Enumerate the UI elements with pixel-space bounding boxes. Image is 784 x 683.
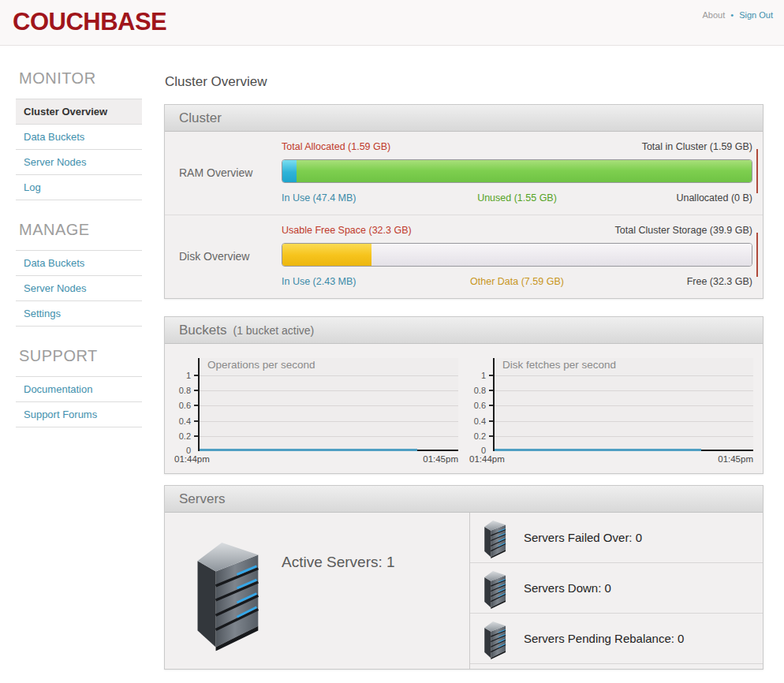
sidebar-item-documentation[interactable]: Documentation bbox=[16, 377, 142, 402]
disk-usable-free-label: Usable Free Space (32.3 GB) bbox=[282, 225, 412, 236]
ram-usage-bar bbox=[282, 159, 752, 183]
gridline bbox=[495, 390, 753, 391]
gridline bbox=[495, 436, 753, 437]
gridline bbox=[200, 375, 458, 376]
sidebar-item-server-nodes-manage[interactable]: Server Nodes bbox=[16, 276, 142, 301]
disk-usage-bar bbox=[282, 243, 752, 267]
link-separator: • bbox=[730, 10, 734, 20]
fetches-ytick-label: 1 bbox=[481, 371, 486, 380]
main-content: Cluster Overview Cluster RAM Overview To… bbox=[164, 69, 763, 670]
fetches-chart-title: Disk fetches per second bbox=[502, 359, 616, 371]
ram-unused-segment bbox=[297, 160, 752, 182]
fetches-chart-plot-area: Disk fetches per second bbox=[493, 358, 753, 451]
gridline bbox=[200, 421, 458, 422]
ram-overview-row: RAM Overview Total Allocated (1.59 GB) T… bbox=[165, 132, 763, 215]
sidebar-item-cluster-overview[interactable]: Cluster Overview bbox=[16, 99, 142, 125]
sidebar-support-list: Documentation Support Forums bbox=[16, 376, 142, 427]
sidebar-item-data-buckets-manage[interactable]: Data Buckets bbox=[16, 251, 142, 276]
gridline bbox=[200, 436, 458, 437]
cluster-panel-body: RAM Overview Total Allocated (1.59 GB) T… bbox=[165, 132, 763, 298]
disk-overview-label: Disk Overview bbox=[165, 225, 282, 287]
fetches-ytick-label: 0.2 bbox=[474, 431, 486, 441]
sidebar-section-manage-title: MANAGE bbox=[19, 221, 142, 239]
fetches-ytick-label: 0.4 bbox=[474, 416, 486, 426]
disk-other-data-label: Other Data (7.59 GB) bbox=[470, 276, 564, 287]
couchbase-logo: COUCHBASE bbox=[13, 8, 166, 36]
sidebar-nav: MONITOR Cluster Overview Data Buckets Se… bbox=[16, 69, 142, 448]
disk-top-labels: Usable Free Space (32.3 GB) Total Cluste… bbox=[282, 225, 752, 236]
sign-out-link[interactable]: Sign Out bbox=[739, 10, 773, 20]
gridline bbox=[495, 421, 753, 422]
ram-in-use-label: In Use (47.4 MB) bbox=[282, 192, 356, 203]
disk-overview-content: Usable Free Space (32.3 GB) Total Cluste… bbox=[282, 225, 752, 287]
cluster-panel-header: Cluster bbox=[165, 105, 763, 132]
sidebar-manage-list: Data Buckets Server Nodes Settings bbox=[16, 250, 142, 327]
ops-ytick-label: 0.2 bbox=[179, 431, 191, 441]
disk-fetches-chart: 1 0.8 0.6 0.4 0.2 0 Disk fetches per sec… bbox=[469, 358, 753, 464]
ram-total-in-cluster-label: Total in Cluster (1.59 GB) bbox=[642, 141, 752, 152]
sidebar-item-settings[interactable]: Settings bbox=[16, 301, 142, 327]
cluster-panel-title: Cluster bbox=[179, 110, 222, 126]
active-servers-summary: Active Servers: 1 bbox=[165, 513, 470, 669]
servers-panel-title: Servers bbox=[179, 491, 226, 507]
fetches-ytick-label: 0 bbox=[481, 446, 486, 455]
ops-chart-plot-area: Operations per second bbox=[198, 358, 458, 451]
servers-failed-over-row: Servers Failed Over: 0 bbox=[470, 513, 763, 563]
server-status-list: Servers Failed Over: 0 Servers Down: 0 S… bbox=[470, 513, 763, 669]
servers-down-label: Servers Down: 0 bbox=[524, 581, 611, 595]
fetches-chart-xaxis-labels: 01:44pm 01:45pm bbox=[469, 454, 753, 464]
servers-panel: Servers Active Servers: 1 Servers Failed… bbox=[164, 485, 763, 670]
disk-free-label: Free (32.3 GB) bbox=[687, 276, 752, 287]
ops-ytick-label: 0.8 bbox=[179, 386, 191, 395]
disk-total-storage-label: Total Cluster Storage (39.9 GB) bbox=[615, 225, 752, 236]
disk-bottom-labels: In Use (2.43 MB) Other Data (7.59 GB) Fr… bbox=[282, 276, 752, 287]
disk-free-segment bbox=[371, 244, 752, 266]
fetches-xtick-end: 01:45pm bbox=[718, 454, 753, 464]
sidebar-item-server-nodes-monitor[interactable]: Server Nodes bbox=[16, 150, 142, 175]
about-link[interactable]: About bbox=[702, 10, 725, 20]
ops-chart-yaxis-labels: 1 0.8 0.6 0.4 0.2 0 bbox=[174, 358, 198, 451]
ops-data-line bbox=[200, 449, 417, 451]
sidebar-section-monitor-title: MONITOR bbox=[19, 69, 142, 88]
ops-ytick-label: 0.4 bbox=[179, 416, 191, 426]
buckets-panel: Buckets (1 bucket active) 1 0.8 0.6 0.4 … bbox=[164, 316, 763, 474]
active-servers-count: Active Servers: 1 bbox=[282, 554, 395, 669]
disk-bar-track bbox=[282, 243, 752, 267]
ram-bar-track bbox=[282, 159, 752, 183]
server-tower-icon bbox=[481, 618, 508, 659]
buckets-panel-body: 1 0.8 0.6 0.4 0.2 0 Operations per secon… bbox=[165, 344, 763, 473]
fetches-ytick-label: 0.8 bbox=[474, 386, 486, 395]
servers-pending-rebalance-row: Servers Pending Rebalance: 0 bbox=[470, 614, 763, 664]
server-tower-icon bbox=[189, 533, 264, 651]
disk-overview-row: Disk Overview Usable Free Space (32.3 GB… bbox=[165, 215, 763, 298]
ops-chart-xaxis-labels: 01:44pm 01:45pm bbox=[174, 454, 458, 464]
ram-top-labels: Total Allocated (1.59 GB) Total in Clust… bbox=[282, 141, 752, 152]
ram-total-marker bbox=[756, 149, 758, 193]
sidebar-item-log[interactable]: Log bbox=[16, 175, 142, 200]
server-tower-icon bbox=[481, 517, 508, 558]
sidebar-section-support-title: SUPPORT bbox=[19, 347, 142, 365]
fetches-ytick-label: 0.6 bbox=[474, 401, 486, 410]
ops-ytick-label: 0.6 bbox=[179, 401, 191, 410]
ops-ytick-label: 1 bbox=[186, 371, 191, 380]
servers-down-row: Servers Down: 0 bbox=[470, 563, 763, 614]
ram-unallocated-label: Unallocated (0 B) bbox=[676, 192, 752, 203]
gridline bbox=[200, 390, 458, 391]
fetches-data-line bbox=[495, 449, 701, 451]
gridline bbox=[495, 375, 753, 376]
page-title: Cluster Overview bbox=[165, 74, 763, 90]
servers-failed-over-label: Servers Failed Over: 0 bbox=[524, 531, 642, 544]
ram-total-allocated-label: Total Allocated (1.59 GB) bbox=[282, 141, 390, 152]
buckets-panel-title: Buckets bbox=[179, 323, 226, 338]
header-links: About • Sign Out bbox=[702, 10, 773, 20]
ops-xtick-end: 01:45pm bbox=[423, 454, 458, 464]
disk-in-use-label: In Use (2.43 MB) bbox=[282, 276, 356, 287]
gridline bbox=[200, 405, 458, 406]
gridline bbox=[495, 405, 753, 406]
fetches-chart-yaxis-labels: 1 0.8 0.6 0.4 0.2 0 bbox=[469, 358, 493, 451]
sidebar-item-support-forums[interactable]: Support Forums bbox=[16, 402, 142, 427]
servers-pending-rebalance-label: Servers Pending Rebalance: 0 bbox=[524, 632, 684, 645]
sidebar-item-data-buckets-monitor[interactable]: Data Buckets bbox=[16, 125, 142, 150]
ram-in-use-segment bbox=[282, 160, 297, 182]
disk-total-marker bbox=[756, 233, 758, 277]
